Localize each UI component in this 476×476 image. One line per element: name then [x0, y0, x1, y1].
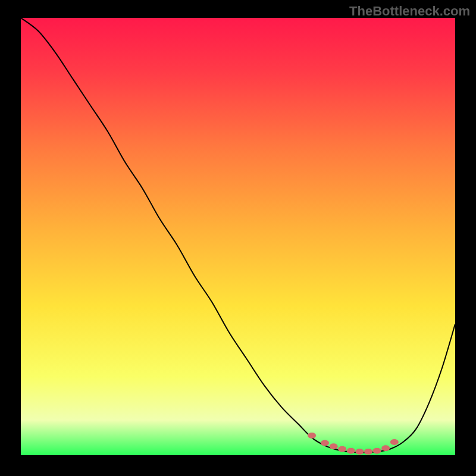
gradient-background [21, 18, 455, 455]
optimal-dot [390, 439, 399, 445]
optimal-dot [321, 440, 329, 446]
optimal-dot [364, 449, 372, 455]
watermark-text: TheBottleneck.com [349, 4, 470, 19]
optimal-dot [330, 443, 338, 449]
chart-svg [21, 18, 455, 455]
chart-plot-area [21, 18, 455, 455]
optimal-dot [338, 446, 346, 452]
optimal-dot [308, 433, 316, 439]
optimal-dot [373, 448, 381, 454]
optimal-dot [347, 448, 355, 454]
optimal-dot [381, 445, 390, 451]
optimal-dot [355, 449, 364, 455]
